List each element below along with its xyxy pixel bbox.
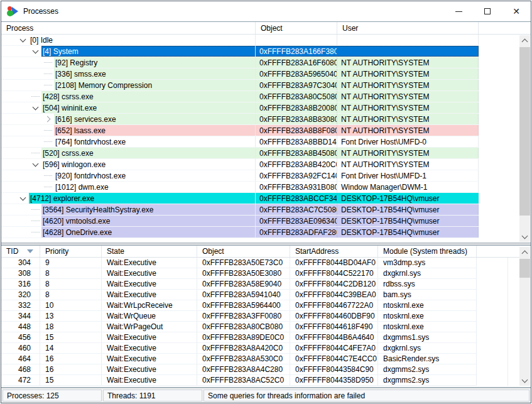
tree-indent [1,46,29,57]
threads-scrollbar[interactable] [519,247,530,386]
process-scrollbar[interactable] [519,35,530,242]
thread-row[interactable]: 34413Wait:WrQueue0xFFFFB283A3FF00800xFFF… [1,311,477,322]
tree-expander-expanded-icon[interactable] [29,159,41,170]
thread-object-address: 0xFFFFB283A5941040 [197,290,290,300]
thread-row[interactable]: 33210Wait:WrLpcReceive0xFFFFB283A5964400… [1,300,477,311]
thread-priority: 15 [40,332,102,342]
column-header-tid[interactable]: TID [1,246,40,257]
scroll-up-icon[interactable] [519,247,530,258]
process-row[interactable]: [596] winlogon.exe0xFFFFB283A8B420C0NT A… [1,159,479,170]
column-header-module[interactable]: Module (System threads) [378,246,477,257]
process-user: NT AUTHORITY\SYSTEM [337,159,479,170]
process-row[interactable]: [920] fontdrvhost.exe0xFFFFB283A92FC140F… [1,170,479,182]
thread-priority: 13 [40,311,102,321]
process-object-address: 0xFFFFB283AE096340 [256,216,337,226]
tree-branch-dots [41,170,54,181]
process-row[interactable]: [92] Registry0xFFFFB283A16F6080NT AUTHOR… [1,57,479,68]
scroll-down-icon[interactable] [519,231,530,242]
thread-row[interactable]: 45615Wait:Executive0xFFFFB283A89DE0C00xF… [1,332,477,343]
thread-start-address: 0xFFFFF8044C2DB120 [290,279,378,289]
thread-row[interactable]: 46014Wait:Executive0xFFFFB283A8A420C00xF… [1,343,477,354]
tree-indent [1,148,29,158]
column-header-priority[interactable]: Priority [40,246,102,257]
process-cell: [336] smss.exe [1,68,256,79]
process-row[interactable]: [764] fontdrvhost.exe0xFFFFB283A8BBD140F… [1,136,479,148]
process-row[interactable]: [652] lsass.exe0xFFFFB283A8B8F080NT AUTH… [1,125,479,136]
process-object-address: 0xFFFFB283ADFAF280 [256,227,337,237]
thread-object-address: 0xFFFFB283A3FF0080 [197,311,290,321]
process-object-address: 0xFFFFB283A92FC140 [256,170,337,181]
process-row[interactable]: [0] Idle [1,35,479,46]
scroll-up-icon[interactable] [519,35,530,46]
thread-module: vm3dmp.sys [378,258,477,268]
scrollbar-thumb[interactable] [519,259,530,278]
thread-module: ntoskrnl.exe [378,300,477,310]
process-name: [616] services.exe [54,114,255,124]
thread-row[interactable]: 46416Wait:Executive0xFFFFB283A8A530C00xF… [1,354,477,364]
thread-tid: 460 [1,343,40,353]
process-row[interactable]: [428] csrss.exe0xFFFFB283A80C5080NT AUTH… [1,91,479,102]
thread-row[interactable]: 3049Wait:Executive0xFFFFB283A50E73C00xFF… [1,258,477,268]
process-row[interactable]: [3564] SecurityHealthSystray.exe0xFFFFB2… [1,204,479,216]
thread-state: Wait:Executive [102,332,197,342]
thread-object-address: 0xFFFFB283A58E9040 [197,279,290,289]
process-row[interactable]: [336] smss.exe0xFFFFB283A5965040NT AUTHO… [1,68,479,80]
tree-expander-expanded-icon[interactable] [16,193,29,204]
tree-indent [1,136,41,147]
thread-start-address: 0xFFFFF804467722A0 [290,300,378,310]
thread-table-header: TID Priority State Object StartAddress M… [1,246,531,258]
process-row[interactable]: [1012] dwm.exe0xFFFFB283A931B080Window M… [1,182,479,193]
close-button[interactable]: ✕ [502,1,531,21]
process-object-address: 0xFFFFB283A8B420C0 [256,159,337,170]
tree-branch-dots [41,182,54,192]
thread-row[interactable]: 44818Wait:WrPageOut0xFFFFB283A80CB0800xF… [1,322,477,332]
thread-row[interactable]: 3208Wait:Executive0xFFFFB283A59410400xFF… [1,290,477,300]
process-object-address: 0xFFFFB283ABCCF340 [256,193,337,204]
thread-state: Wait:Executive [102,354,197,364]
scrollbar-thumb[interactable] [519,47,530,216]
thread-row[interactable]: 47215Wait:Executive0xFFFFB283A8AC52C00xF… [1,375,477,386]
tree-expander-expanded-icon[interactable] [29,102,41,113]
tree-branch-dots [29,148,41,158]
thread-row[interactable]: 46816Wait:Executive0xFFFFB283A8A4C2800xF… [1,364,477,375]
maximize-button[interactable] [473,1,502,21]
process-name: [920] fontdrvhost.exe [54,170,255,181]
status-threads-count: Threads: 1191 [103,390,202,401]
column-header-state[interactable]: State [102,246,197,257]
thread-module: BasicRender.sys [378,354,477,364]
thread-priority: 8 [40,290,102,300]
thread-object-address: 0xFFFFB283A8A530C0 [197,354,290,364]
maximize-icon [484,8,491,14]
tree-expander-expanded-icon[interactable] [16,35,29,45]
column-header-object[interactable]: Object [256,22,337,34]
tree-indent [1,170,41,181]
thread-tid: 468 [1,364,40,374]
process-row[interactable]: [2108] Memory Compression0xFFFFB283A97C3… [1,80,479,91]
process-row[interactable]: [616] services.exe0xFFFFB283A8B83080NT A… [1,114,479,125]
tree-indent [1,204,29,215]
process-row[interactable]: [4] System0xFFFFB283A166F380 [1,46,479,57]
process-cell: [616] services.exe [1,114,256,124]
column-header-object[interactable]: Object [197,246,290,257]
column-header-startaddress[interactable]: StartAddress [290,246,378,257]
thread-row[interactable]: 3088Wait:Executive0xFFFFB283A50E30800xFF… [1,268,477,279]
tree-expander-collapsed-icon[interactable] [41,114,54,124]
title-bar[interactable]: Processes ✕ [1,1,531,21]
scroll-down-icon[interactable] [519,375,530,386]
column-header-process[interactable]: Process [1,22,256,34]
process-row[interactable]: [4628] OneDrive.exe0xFFFFB283ADFAF280DES… [1,227,479,238]
tree-indent [1,227,29,237]
thread-module: dxgkrnl.sys [378,343,477,353]
tree-expander-expanded-icon[interactable] [29,46,41,57]
process-row[interactable]: [520] csrss.exe0xFFFFB283A8B45080NT AUTH… [1,148,479,159]
column-header-user[interactable]: User [337,22,479,34]
process-row[interactable]: [504] wininit.exe0xFFFFB283A8B20080NT AU… [1,102,479,114]
process-object-address: 0xFFFFB283A80C5080 [256,91,337,102]
status-message: Some queries for threads information are… [204,390,529,401]
process-row[interactable]: [4712] explorer.exe0xFFFFB283ABCCF340DES… [1,193,479,204]
process-row[interactable]: [4620] vmtoolsd.exe0xFFFFB283AE096340DES… [1,216,479,227]
minimize-button[interactable] [444,1,473,21]
app-icon-green-ball [7,10,13,16]
thread-row[interactable]: 3168Wait:Executive0xFFFFB283A58E90400xFF… [1,279,477,290]
process-user: DESKTOP-17B54HQ\vmuser [337,204,479,215]
